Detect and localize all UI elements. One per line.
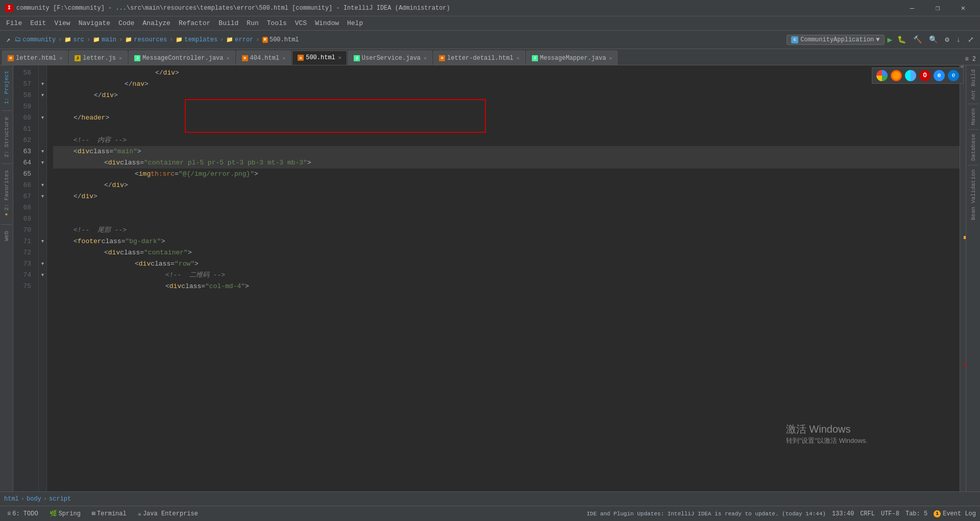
structure-panel-tab[interactable]: 2: Structure [3, 114, 11, 160]
tab-close-icon[interactable]: ✕ [59, 55, 62, 61]
bc-html[interactable]: html [4, 495, 19, 503]
run-button[interactable]: ▶ [888, 35, 893, 45]
tab-close-icon[interactable]: ✕ [282, 55, 285, 61]
fold-68[interactable] [39, 202, 46, 214]
code-content[interactable]: </div> </nav> </div> </header> <!-- 内容 -… [47, 65, 960, 491]
tab-message-controller[interactable]: J MessageController.java ✕ [129, 51, 235, 65]
bc-body[interactable]: body [27, 495, 41, 503]
line-num-60: 60 [13, 112, 34, 124]
fold-63[interactable]: ▼ [39, 146, 46, 157]
fold-57[interactable]: ▼ [39, 79, 46, 90]
breadcrumb-resources[interactable]: resources [134, 36, 167, 43]
fold-58[interactable]: ▼ [39, 90, 46, 101]
search-everywhere-icon[interactable]: 🔍 [927, 34, 940, 45]
todo-tab[interactable]: ≡ 6: TODO [4, 509, 41, 518]
vcs-update-icon[interactable]: ↓ [954, 35, 963, 45]
firefox-icon[interactable] [891, 70, 902, 81]
menu-analyze[interactable]: Analyze [138, 17, 175, 29]
menu-help[interactable]: Help [343, 17, 367, 29]
fold-75[interactable] [39, 281, 46, 292]
code-line-57: </nav> [53, 79, 960, 90]
bc-script[interactable]: script [49, 495, 71, 503]
safari-icon[interactable] [905, 70, 916, 81]
tab-letter-html[interactable]: H letter.html ✕ [2, 51, 68, 65]
build-button[interactable]: 🔨 [911, 34, 924, 45]
ant-build-tab[interactable]: Ant Build [969, 67, 977, 102]
minimize-button[interactable]: — [900, 0, 924, 16]
maven-tab[interactable]: Maven [969, 106, 977, 127]
tab-user-service[interactable]: J UserService.java ✕ [348, 51, 432, 65]
fold-66[interactable]: ▼ [39, 180, 46, 191]
fold-70[interactable] [39, 225, 46, 236]
bean-validation-tab[interactable]: Bean Validation [969, 168, 977, 222]
settings-icon[interactable]: ⚙ [943, 34, 951, 45]
indent[interactable]: Tab: 5 [905, 510, 927, 517]
fold-64[interactable]: ▼ [39, 157, 46, 169]
cursor-position[interactable]: 133:40 [832, 510, 854, 517]
tab-close-icon[interactable]: ✕ [227, 55, 230, 61]
tab-letter-detail-html[interactable]: H letter-detail.html ✕ [433, 51, 525, 65]
web-panel-tab[interactable]: Web [3, 228, 11, 244]
breadcrumb-error[interactable]: error [235, 36, 253, 43]
ie-icon[interactable]: e [934, 70, 945, 81]
maximize-button[interactable]: ❐ [926, 0, 949, 16]
menu-run[interactable]: Run [242, 17, 262, 29]
tab-letter-js[interactable]: J letter.js ✕ [69, 51, 128, 65]
nav-arrow[interactable]: ↗ [4, 34, 12, 45]
java-enterprise-tab[interactable]: ☕ Java Enterprise [135, 509, 201, 518]
tab-close-icon[interactable]: ✕ [424, 55, 427, 61]
ide-notification[interactable]: IDE and Plugin Updates: IntelliJ IDEA is… [586, 511, 826, 517]
debug-button[interactable]: 🐛 [895, 34, 908, 45]
fold-65[interactable] [39, 169, 46, 180]
breadcrumb-community[interactable]: community [22, 36, 56, 43]
tab-close-icon[interactable]: ✕ [517, 55, 520, 61]
tab-500-html[interactable]: H 500.html ✕ [292, 51, 347, 65]
fold-59[interactable] [39, 101, 46, 112]
line-ending[interactable]: CRFL [860, 510, 875, 517]
fold-62[interactable] [39, 135, 46, 146]
maximize-editor-icon[interactable]: ⤢ [966, 34, 976, 45]
fold-69[interactable] [39, 214, 46, 225]
chrome-icon[interactable] [876, 70, 888, 81]
editor-scrollbar[interactable] [960, 65, 966, 491]
fold-72[interactable] [39, 247, 46, 258]
fold-71[interactable]: ▼ [39, 236, 46, 247]
tab-message-mapper[interactable]: J MessageMapper.java ✕ [526, 51, 618, 65]
menu-navigate[interactable]: Navigate [75, 17, 114, 29]
charset[interactable]: UTF-8 [881, 510, 899, 517]
menu-edit[interactable]: Edit [26, 17, 50, 29]
fold-73[interactable]: ▼ [39, 258, 46, 270]
project-panel-tab[interactable]: 1: Project [3, 67, 11, 107]
favorites-panel-tab[interactable]: ★2: Favorites [2, 167, 11, 221]
terminal-tab[interactable]: ⊞ Terminal [89, 509, 130, 518]
tab-404-html[interactable]: H 404.html ✕ [236, 51, 291, 65]
menu-tools[interactable]: Tools [263, 17, 291, 29]
menu-view[interactable]: View [50, 17, 74, 29]
tab-close-icon[interactable]: ✕ [338, 55, 341, 61]
tab-close-icon[interactable]: ✕ [609, 55, 612, 61]
fold-67[interactable]: ▼ [39, 191, 46, 202]
breadcrumb-templates[interactable]: templates [184, 36, 217, 43]
menu-file[interactable]: File [2, 17, 26, 29]
event-log-label[interactable]: Event Log [943, 510, 976, 517]
menu-code[interactable]: Code [114, 17, 138, 29]
menu-vcs[interactable]: VCS [291, 17, 311, 29]
fold-74[interactable]: ▼ [39, 270, 46, 281]
fold-61[interactable] [39, 124, 46, 135]
breadcrumb-src[interactable]: src [73, 36, 84, 43]
run-configuration[interactable]: C CommunityApplication ▼ [787, 35, 884, 45]
edge-icon[interactable]: e [948, 70, 959, 81]
tab-overflow[interactable]: ≡ 2 [963, 54, 978, 65]
database-tab[interactable]: Database [969, 132, 977, 163]
opera-icon[interactable]: O [919, 70, 930, 81]
breadcrumb-main[interactable]: main [102, 36, 116, 43]
tab-close-icon[interactable]: ✕ [119, 55, 122, 61]
event-log-area[interactable]: 1 Event Log [934, 510, 976, 517]
fold-60[interactable]: ▼ [39, 112, 46, 124]
menu-build[interactable]: Build [214, 17, 242, 29]
close-button[interactable]: ✕ [951, 0, 975, 16]
spring-tab[interactable]: 🌿 Spring [46, 509, 84, 518]
fold-56[interactable] [39, 67, 46, 79]
menu-window[interactable]: Window [311, 17, 343, 29]
menu-refactor[interactable]: Refactor [175, 17, 214, 29]
